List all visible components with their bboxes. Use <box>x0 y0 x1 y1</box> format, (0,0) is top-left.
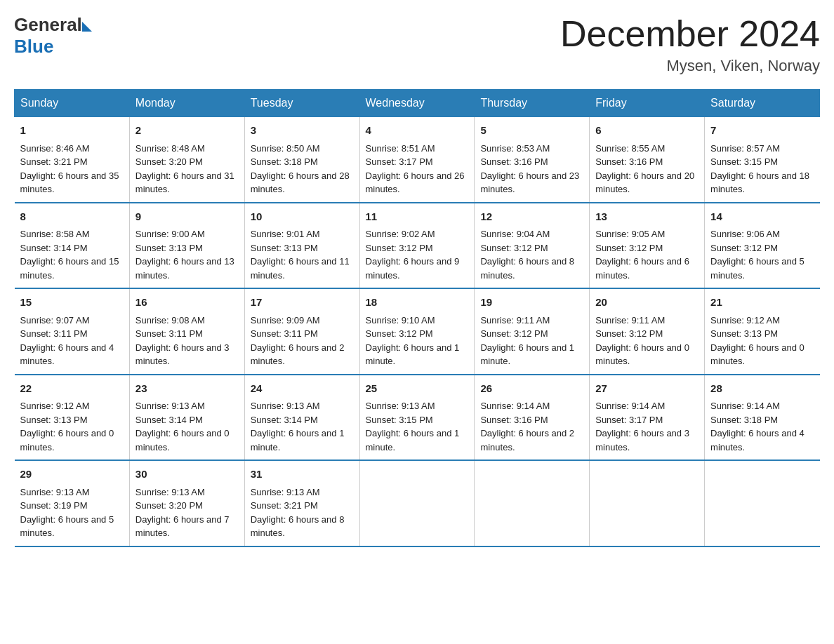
day-number: 15 <box>20 295 124 311</box>
calendar-cell: 21 Sunrise: 9:12 AMSunset: 3:13 PMDaylig… <box>705 288 820 375</box>
day-info: Sunrise: 8:48 AMSunset: 3:20 PMDaylight:… <box>135 143 234 195</box>
day-number: 18 <box>366 295 469 311</box>
day-info: Sunrise: 8:57 AMSunset: 3:15 PMDaylight:… <box>710 143 809 195</box>
day-number: 9 <box>135 209 239 225</box>
logo: General Blue <box>14 14 92 58</box>
day-info: Sunrise: 9:06 AMSunset: 3:12 PMDaylight:… <box>710 229 805 281</box>
day-number: 16 <box>135 295 239 311</box>
calendar-header-row: SundayMondayTuesdayWednesdayThursdayFrid… <box>15 90 820 117</box>
calendar-cell: 22 Sunrise: 9:12 AMSunset: 3:13 PMDaylig… <box>15 375 130 461</box>
day-info: Sunrise: 9:13 AMSunset: 3:14 PMDaylight:… <box>135 401 230 452</box>
calendar-cell: 30 Sunrise: 9:13 AMSunset: 3:20 PMDaylig… <box>129 460 244 546</box>
day-number: 13 <box>595 209 699 225</box>
day-number: 30 <box>135 467 239 483</box>
day-info: Sunrise: 9:13 AMSunset: 3:14 PMDaylight:… <box>251 401 345 452</box>
calendar-cell: 20 Sunrise: 9:11 AMSunset: 3:12 PMDaylig… <box>590 288 705 375</box>
day-info: Sunrise: 9:00 AMSunset: 3:13 PMDaylight:… <box>135 229 234 281</box>
month-title: December 2024 <box>560 14 820 54</box>
column-header-friday: Friday <box>590 90 705 117</box>
day-number: 14 <box>710 209 814 225</box>
calendar-cell: 17 Sunrise: 9:09 AMSunset: 3:11 PMDaylig… <box>244 288 359 375</box>
day-number: 17 <box>251 295 354 311</box>
calendar-cell: 14 Sunrise: 9:06 AMSunset: 3:12 PMDaylig… <box>705 203 820 289</box>
day-number: 24 <box>251 381 354 397</box>
day-info: Sunrise: 9:14 AMSunset: 3:16 PMDaylight:… <box>480 401 574 452</box>
column-header-monday: Monday <box>129 90 244 117</box>
column-header-sunday: Sunday <box>15 90 130 117</box>
calendar-cell: 4 Sunrise: 8:51 AMSunset: 3:17 PMDayligh… <box>359 117 475 203</box>
day-number: 5 <box>480 123 583 139</box>
day-number: 2 <box>135 123 239 139</box>
day-info: Sunrise: 9:02 AMSunset: 3:12 PMDaylight:… <box>366 229 460 281</box>
calendar-cell: 26 Sunrise: 9:14 AMSunset: 3:16 PMDaylig… <box>475 375 590 461</box>
day-number: 19 <box>480 295 583 311</box>
calendar-cell: 7 Sunrise: 8:57 AMSunset: 3:15 PMDayligh… <box>705 117 820 203</box>
day-info: Sunrise: 9:07 AMSunset: 3:11 PMDaylight:… <box>20 315 114 367</box>
calendar-cell: 6 Sunrise: 8:55 AMSunset: 3:16 PMDayligh… <box>590 117 705 203</box>
calendar-cell: 1 Sunrise: 8:46 AMSunset: 3:21 PMDayligh… <box>15 117 130 203</box>
day-info: Sunrise: 9:05 AMSunset: 3:12 PMDaylight:… <box>595 229 689 281</box>
calendar-cell: 11 Sunrise: 9:02 AMSunset: 3:12 PMDaylig… <box>359 203 475 289</box>
column-header-tuesday: Tuesday <box>244 90 359 117</box>
day-info: Sunrise: 8:46 AMSunset: 3:21 PMDaylight:… <box>20 143 119 195</box>
calendar-cell: 13 Sunrise: 9:05 AMSunset: 3:12 PMDaylig… <box>590 203 705 289</box>
day-number: 25 <box>366 381 469 397</box>
calendar-cell: 19 Sunrise: 9:11 AMSunset: 3:12 PMDaylig… <box>475 288 590 375</box>
day-info: Sunrise: 9:11 AMSunset: 3:12 PMDaylight:… <box>595 315 689 367</box>
day-number: 21 <box>710 295 814 311</box>
day-number: 20 <box>595 295 699 311</box>
day-number: 28 <box>710 381 814 397</box>
calendar-cell: 28 Sunrise: 9:14 AMSunset: 3:18 PMDaylig… <box>705 375 820 461</box>
calendar-cell <box>475 460 590 546</box>
logo-blue-text: Blue <box>14 36 92 58</box>
calendar-week-4: 22 Sunrise: 9:12 AMSunset: 3:13 PMDaylig… <box>15 375 820 461</box>
column-header-thursday: Thursday <box>475 90 590 117</box>
calendar-cell: 29 Sunrise: 9:13 AMSunset: 3:19 PMDaylig… <box>15 460 130 546</box>
day-number: 23 <box>135 381 239 397</box>
calendar-cell: 5 Sunrise: 8:53 AMSunset: 3:16 PMDayligh… <box>475 117 590 203</box>
day-number: 3 <box>251 123 354 139</box>
day-number: 31 <box>251 467 354 483</box>
calendar-week-2: 8 Sunrise: 8:58 AMSunset: 3:14 PMDayligh… <box>15 203 820 289</box>
day-info: Sunrise: 9:09 AMSunset: 3:11 PMDaylight:… <box>251 315 345 367</box>
day-number: 27 <box>595 381 699 397</box>
calendar-cell <box>705 460 820 546</box>
calendar-table: SundayMondayTuesdayWednesdayThursdayFrid… <box>14 89 820 547</box>
logo-triangle-icon <box>82 22 92 32</box>
calendar-cell: 18 Sunrise: 9:10 AMSunset: 3:12 PMDaylig… <box>359 288 475 375</box>
day-info: Sunrise: 9:13 AMSunset: 3:20 PMDaylight:… <box>135 487 230 539</box>
day-info: Sunrise: 8:55 AMSunset: 3:16 PMDaylight:… <box>595 143 694 195</box>
calendar-cell: 31 Sunrise: 9:13 AMSunset: 3:21 PMDaylig… <box>244 460 359 546</box>
day-number: 7 <box>710 123 814 139</box>
day-info: Sunrise: 9:13 AMSunset: 3:19 PMDaylight:… <box>20 487 114 539</box>
day-number: 10 <box>251 209 354 225</box>
day-number: 6 <box>595 123 699 139</box>
day-info: Sunrise: 9:12 AMSunset: 3:13 PMDaylight:… <box>20 401 114 452</box>
title-block: December 2024 Mysen, Viken, Norway <box>560 14 820 75</box>
day-info: Sunrise: 8:58 AMSunset: 3:14 PMDaylight:… <box>20 229 119 281</box>
calendar-cell: 25 Sunrise: 9:13 AMSunset: 3:15 PMDaylig… <box>359 375 475 461</box>
calendar-week-1: 1 Sunrise: 8:46 AMSunset: 3:21 PMDayligh… <box>15 117 820 203</box>
day-info: Sunrise: 9:11 AMSunset: 3:12 PMDaylight:… <box>480 315 574 367</box>
day-info: Sunrise: 9:01 AMSunset: 3:13 PMDaylight:… <box>251 229 350 281</box>
calendar-cell: 16 Sunrise: 9:08 AMSunset: 3:11 PMDaylig… <box>129 288 244 375</box>
calendar-week-3: 15 Sunrise: 9:07 AMSunset: 3:11 PMDaylig… <box>15 288 820 375</box>
logo-general-text: General <box>14 14 82 36</box>
day-info: Sunrise: 8:53 AMSunset: 3:16 PMDaylight:… <box>480 143 579 195</box>
day-info: Sunrise: 9:14 AMSunset: 3:18 PMDaylight:… <box>710 401 805 452</box>
calendar-cell: 23 Sunrise: 9:13 AMSunset: 3:14 PMDaylig… <box>129 375 244 461</box>
column-header-saturday: Saturday <box>705 90 820 117</box>
day-info: Sunrise: 8:51 AMSunset: 3:17 PMDaylight:… <box>366 143 465 195</box>
day-info: Sunrise: 9:10 AMSunset: 3:12 PMDaylight:… <box>366 315 460 367</box>
day-info: Sunrise: 9:13 AMSunset: 3:21 PMDaylight:… <box>251 487 345 539</box>
calendar-week-5: 29 Sunrise: 9:13 AMSunset: 3:19 PMDaylig… <box>15 460 820 546</box>
day-number: 12 <box>480 209 583 225</box>
day-number: 4 <box>366 123 469 139</box>
calendar-cell: 3 Sunrise: 8:50 AMSunset: 3:18 PMDayligh… <box>244 117 359 203</box>
day-info: Sunrise: 9:08 AMSunset: 3:11 PMDaylight:… <box>135 315 230 367</box>
calendar-cell <box>359 460 475 546</box>
day-number: 22 <box>20 381 124 397</box>
day-info: Sunrise: 9:13 AMSunset: 3:15 PMDaylight:… <box>366 401 460 452</box>
calendar-cell: 27 Sunrise: 9:14 AMSunset: 3:17 PMDaylig… <box>590 375 705 461</box>
calendar-cell <box>590 460 705 546</box>
